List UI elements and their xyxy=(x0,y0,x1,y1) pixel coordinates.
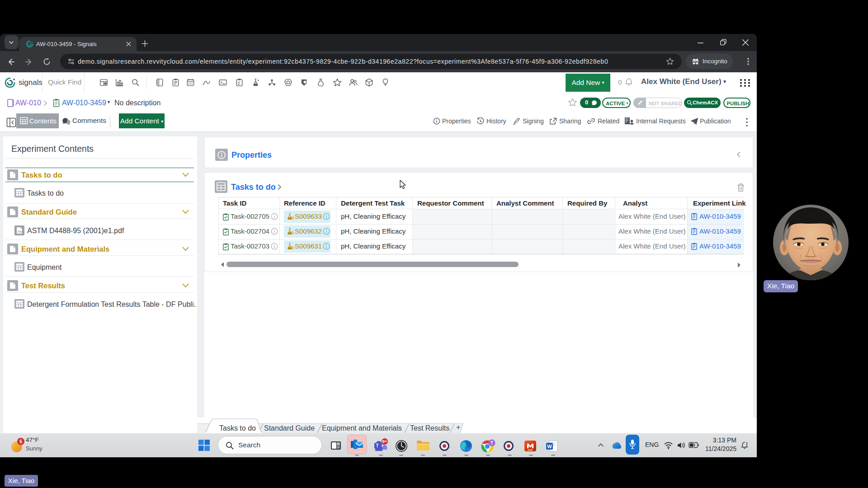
svg-text:T: T xyxy=(491,441,493,446)
svg-text:W: W xyxy=(547,444,552,449)
svg-text:Z: Z xyxy=(746,442,748,445)
svg-text:9+: 9+ xyxy=(382,439,387,444)
svg-text:5: 5 xyxy=(19,439,22,444)
svg-text:T: T xyxy=(376,443,378,448)
svg-text:M365: M365 xyxy=(528,449,533,451)
svg-text:PDF: PDF xyxy=(18,230,23,233)
